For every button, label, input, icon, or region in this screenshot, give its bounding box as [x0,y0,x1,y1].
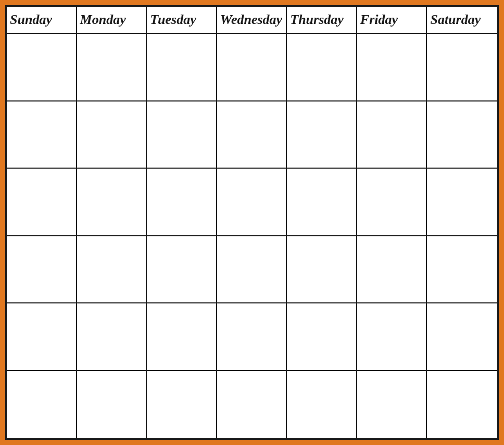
calendar-cell[interactable] [217,303,287,370]
calendar-cell[interactable] [77,303,147,370]
calendar-cell[interactable] [7,236,77,303]
calendar-cell[interactable] [287,34,357,100]
calendar-cell[interactable] [147,169,217,235]
calendar-cell[interactable] [7,303,77,370]
calendar-cell[interactable] [147,303,217,370]
calendar-cell[interactable] [287,303,357,370]
calendar-cell[interactable] [217,101,287,168]
calendar-cell[interactable] [427,101,497,168]
calendar-cell[interactable] [427,34,497,100]
day-header-friday: Friday [357,7,427,33]
calendar-cell[interactable] [7,101,77,168]
calendar-cell[interactable] [287,101,357,168]
calendar-row [7,101,497,169]
calendar-header: Sunday Monday Tuesday Wednesday Thursday… [7,7,497,34]
calendar-cell[interactable] [287,371,357,439]
calendar-cell[interactable] [147,34,217,100]
calendar-row [7,371,497,439]
calendar-cell[interactable] [357,236,427,303]
calendar-cell[interactable] [7,371,77,439]
calendar-cell[interactable] [427,371,497,439]
calendar-row [7,34,497,101]
calendar-body [7,34,497,438]
calendar-cell[interactable] [7,34,77,100]
calendar-cell[interactable] [147,236,217,303]
calendar-cell[interactable] [77,169,147,235]
calendar-row [7,303,497,371]
calendar-cell[interactable] [77,371,147,439]
day-header-sunday: Sunday [7,7,77,33]
day-header-tuesday: Tuesday [147,7,217,33]
day-header-thursday: Thursday [287,7,357,33]
calendar-cell[interactable] [357,371,427,439]
calendar-cell[interactable] [287,169,357,235]
day-header-saturday: Saturday [427,7,497,33]
calendar-cell[interactable] [217,169,287,235]
calendar-cell[interactable] [147,371,217,439]
calendar-cell[interactable] [357,34,427,100]
calendar-cell[interactable] [287,236,357,303]
calendar-cell[interactable] [147,101,217,168]
calendar-cell[interactable] [7,169,77,235]
calendar-cell[interactable] [217,236,287,303]
day-header-wednesday: Wednesday [217,7,287,33]
calendar-cell[interactable] [427,303,497,370]
calendar-cell[interactable] [77,236,147,303]
calendar-cell[interactable] [217,34,287,100]
day-header-monday: Monday [77,7,147,33]
calendar-cell[interactable] [357,303,427,370]
calendar-cell[interactable] [77,101,147,168]
calendar-cell[interactable] [357,169,427,235]
calendar-cell[interactable] [77,34,147,100]
calendar-cell[interactable] [427,169,497,235]
calendar-row [7,169,497,236]
calendar-row [7,236,497,304]
calendar: Sunday Monday Tuesday Wednesday Thursday… [5,5,499,440]
calendar-cell[interactable] [217,371,287,439]
calendar-cell[interactable] [357,101,427,168]
calendar-cell[interactable] [427,236,497,303]
